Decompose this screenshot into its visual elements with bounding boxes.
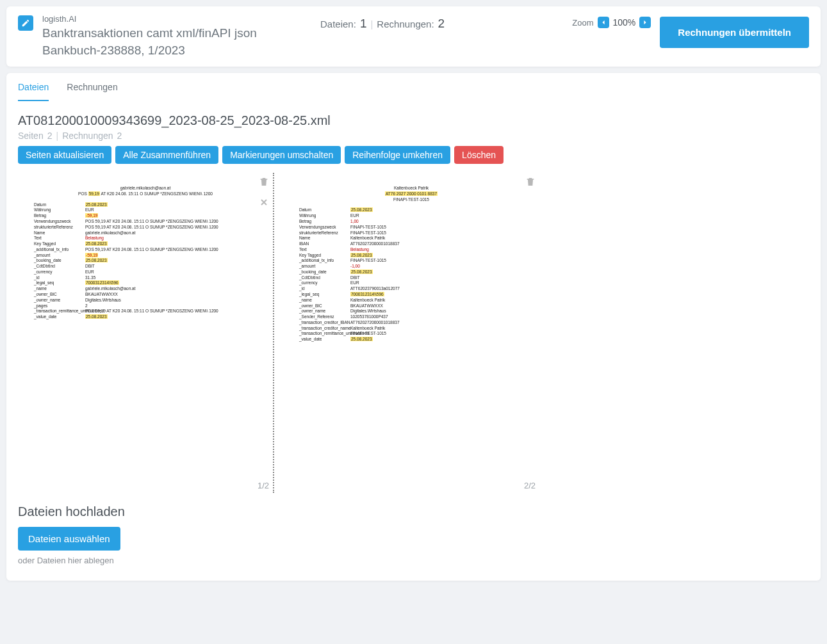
- data-value: FINAPI-TEST-1015: [350, 258, 386, 264]
- data-row: _legal_seq7000312314\\596: [34, 280, 257, 286]
- header-left: logisth.AI Banktransaktionen camt xml/fi…: [42, 14, 311, 59]
- data-row: strukturierteReferenzFINAPI-TEST-1015: [299, 230, 523, 236]
- data-key: _owner_name: [34, 298, 85, 303]
- counts-separator: |: [370, 19, 373, 29]
- data-row: strukturierteReferenzPOS 59,19 AT K20 24…: [34, 225, 257, 230]
- data-row: _CdtDbtIndDBIT: [299, 275, 523, 281]
- data-value: 2: [85, 303, 88, 309]
- data-key: _id: [34, 275, 85, 281]
- p2-header-line3: FINAPI-TEST-1015: [299, 197, 523, 203]
- upload-title: Dateien hochladen: [18, 504, 809, 519]
- data-value: 25.08.2023: [350, 207, 373, 213]
- data-key: Name: [299, 236, 350, 241]
- data-value: FINAPI-TEST-1015: [350, 331, 386, 337]
- zoom-out-button[interactable]: [598, 17, 609, 28]
- zoom-label: Zoom: [572, 18, 593, 28]
- header-card: logisth.AI Banktransaktionen camt xml/fi…: [6, 6, 821, 67]
- data-row: _transaction_creditor_nameKaltenboeck Pa…: [299, 326, 523, 332]
- data-value: DBIT: [350, 275, 360, 281]
- data-row: _CdtDbtIndDBIT: [34, 264, 257, 270]
- toggle-markings-button[interactable]: Markierungen umschalten: [222, 146, 341, 164]
- data-row: _transaction_creditor_IBANAT762027200000…: [299, 320, 523, 326]
- data-key: _legal_seq: [299, 292, 350, 298]
- zoom-value: 100%: [613, 17, 636, 28]
- select-files-button[interactable]: Dateien auswählen: [18, 527, 120, 551]
- page-thumbnail-2[interactable]: Kaltenboeck Patrik AT76 2027 2000 0101 8…: [283, 173, 539, 493]
- data-row: _legal_seq7000312314\\596: [299, 292, 523, 298]
- data-value: 25.08.2023: [85, 258, 108, 264]
- data-key: Betrag: [34, 213, 85, 219]
- split-page-1-button[interactable]: [259, 197, 269, 207]
- page-1-content: gabriele.mikolasch@aon.at POS 59,19 AT K…: [18, 173, 273, 333]
- upload-section: Dateien hochladen Dateien auswählen oder…: [6, 504, 821, 581]
- data-row: Betrag-59,19: [34, 213, 257, 219]
- data-row: Datum25.08.2023: [34, 202, 257, 208]
- zoom-in-button[interactable]: [639, 17, 651, 28]
- data-value: gabriele.mikolasch@aon.at: [85, 230, 136, 236]
- data-value: EUR: [85, 207, 94, 213]
- data-row: _amount-59,19: [34, 253, 257, 259]
- data-row: _namegabriele.mikolasch@aon.at: [34, 286, 257, 292]
- data-key: _additional_tx_info: [34, 247, 85, 253]
- data-row: _transaction_remittance_unstructuredFINA…: [299, 331, 523, 337]
- data-row: Betrag1,00: [299, 219, 523, 225]
- data-key: _transaction_creditor_IBAN: [299, 320, 350, 326]
- brand-label: logisth.AI: [42, 14, 311, 24]
- data-key: _currency: [299, 280, 350, 286]
- data-row: TextBelastung: [299, 247, 523, 253]
- data-key: _owner_BIC: [299, 303, 350, 309]
- data-key: _transaction_creditor_name: [299, 326, 350, 332]
- delete-file-button[interactable]: Löschen: [454, 146, 504, 164]
- data-key: Key Tagged: [34, 241, 85, 247]
- data-row: _value_date25.08.2023: [299, 337, 523, 342]
- data-value: 102053781000P437: [350, 314, 388, 320]
- reverse-order-button[interactable]: Reihenfolge umkehren: [345, 146, 450, 164]
- delete-page-1-button[interactable]: [259, 177, 269, 187]
- data-row: _currencyEUR: [299, 280, 523, 286]
- data-value: AT7620272000001018837: [350, 241, 400, 247]
- data-key: Währung: [34, 207, 85, 213]
- data-key: _CdtDbtInd: [299, 275, 350, 281]
- data-key: Datum: [299, 207, 350, 213]
- data-value: POS 59,19 AT K20 24.08. 15:11 O SUMUP *Z…: [85, 219, 218, 225]
- data-value: EUR: [85, 270, 94, 275]
- pages-row: gabriele.mikolasch@aon.at POS 59,19 AT K…: [18, 173, 809, 493]
- data-row: TextBelastung: [34, 236, 257, 241]
- p2-header-line2: AT76 2027 2000 0101 8837: [299, 191, 523, 197]
- page-thumbnail-1[interactable]: gabriele.mikolasch@aon.at POS 59,19 AT K…: [18, 173, 274, 493]
- data-row: _booking_date25.08.2023: [299, 270, 523, 275]
- data-key: _transaction_remittance_unstructured: [34, 309, 85, 314]
- data-row: _owner_nameDigitales.Wirtshaus: [34, 298, 257, 303]
- files-count-label: Dateien:: [320, 19, 356, 29]
- data-value: EUR: [350, 213, 359, 219]
- close-icon: [259, 197, 269, 207]
- edit-button[interactable]: [18, 15, 33, 31]
- data-key: Datum: [34, 202, 85, 208]
- file-section: AT081200010009343699_2023-08-25_2023-08-…: [6, 102, 821, 504]
- file-pages-value: 2: [47, 131, 53, 141]
- refresh-pages-button[interactable]: Seiten aktualisieren: [18, 146, 111, 164]
- data-row: VerwendungszweckFINAPI-TEST-1015: [299, 225, 523, 230]
- delete-page-2-button[interactable]: [525, 177, 536, 187]
- data-row: NameKaltenboeck Patrik: [299, 236, 523, 241]
- data-value: 31.35: [85, 275, 95, 281]
- tab-files[interactable]: Dateien: [18, 82, 49, 101]
- data-row: _Sender_Referenz102053781000P437: [299, 314, 523, 320]
- zoom-control: Zoom 100%: [572, 14, 651, 28]
- data-key: _additional_tx_info: [299, 258, 350, 264]
- data-value: 25.08.2023: [350, 337, 373, 342]
- file-sub-separator: |: [56, 131, 59, 141]
- data-value: Kaltenboeck Patrik: [350, 298, 385, 303]
- data-row: _amount-1,00: [299, 264, 523, 270]
- data-key: _owner_name: [299, 309, 350, 314]
- tab-invoices[interactable]: Rechnungen: [67, 82, 117, 101]
- data-value: EUR: [350, 280, 359, 286]
- merge-all-button[interactable]: Alle Zusammenführen: [115, 146, 218, 164]
- data-value: POS 59,19 AT K20 24.08. 15:11 O SUMUP *Z…: [85, 225, 218, 230]
- data-value: FINAPI-TEST-1015: [350, 225, 386, 230]
- data-key: _CdtDbtInd: [34, 264, 85, 270]
- submit-invoices-button[interactable]: Rechnungen übermitteln: [660, 17, 809, 48]
- data-key: _legal_seq: [34, 280, 85, 286]
- p1-header-line1: gabriele.mikolasch@aon.at: [34, 186, 257, 191]
- data-value: 7000312314\\596: [85, 280, 119, 286]
